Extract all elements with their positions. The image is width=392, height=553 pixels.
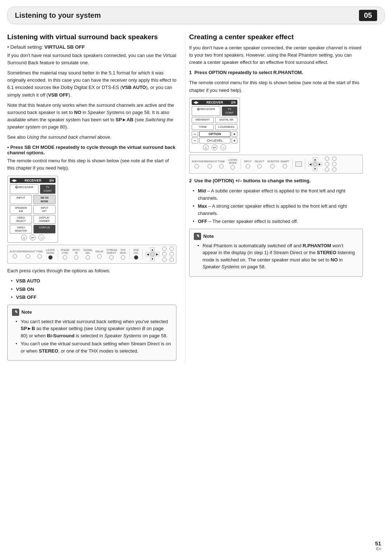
cycles-list: VSB AUTO VSB ON VSB OFF	[11, 277, 176, 301]
strip-group-1: AUDYSSEY	[10, 250, 20, 259]
loudness-btn: LOUDNESS	[215, 124, 237, 130]
chapter-number: 05	[359, 10, 377, 21]
para-3: Note that this feature only works when t…	[7, 102, 176, 131]
cycle-item-1: VSB AUTO	[11, 277, 176, 285]
option-label: OPTION	[199, 131, 230, 137]
remote-logo-right: ◀▶	[193, 101, 199, 104]
nav-center-btn: ↩	[30, 235, 36, 240]
digital-nr-btn: DIGITAL NR	[215, 117, 237, 123]
note-title-left: Note	[21, 309, 32, 315]
remote-num-left: 3/4	[49, 179, 54, 182]
speaker-ab-btn: SPEAKERA/B	[10, 205, 32, 214]
tv-cont-btn-r: TVCONT	[222, 106, 237, 116]
step-heading-left: • Press SB CH MODE repeatedly to cycle t…	[7, 145, 176, 155]
remote-container-right: ◀▶ RECEIVER 2/4 ⏻ RECEIVER TVCONT MIDNIG…	[189, 98, 363, 153]
strip-div-1	[58, 249, 58, 259]
chlevel-plus-btn: +	[232, 138, 237, 143]
cycles-label: Each press cycles through the options as…	[7, 267, 176, 275]
strip-r-group-7: MONITOR	[268, 160, 278, 168]
strip-r-group-10	[332, 156, 336, 172]
strip-r-group-3: TONE	[218, 160, 225, 168]
strip-r-group-4: LISTEN MODE	[228, 159, 238, 170]
sb-ch-mode-btn: SB CHMODE	[33, 195, 56, 204]
tape2-monitor-btn: TAPE2MONITOR	[10, 225, 32, 233]
step1-num: 1	[189, 70, 192, 75]
strip-group-2: MIDNIGHT	[23, 250, 33, 259]
bullet-intro: • Default setting: VIRTUAL SB OFF	[7, 44, 176, 50]
strip-group-12	[162, 247, 167, 262]
note-icon-left: ✎	[12, 309, 19, 316]
receiver-power-btn: ⏻ RECEIVER	[10, 184, 38, 194]
strip-r-div-2	[292, 159, 293, 169]
strip-r-group-1: AUDYSSEY	[192, 160, 202, 168]
remote-label-right: RECEIVER	[207, 101, 223, 104]
remote-row-5: TAPE2MONITOR STATUS	[10, 225, 56, 233]
remote-row-2: INPUT SB CHMODE	[10, 195, 56, 204]
left-column: Listening with virtual surround back spe…	[7, 33, 185, 364]
nav-left-btn: ⌂	[21, 235, 27, 240]
tv-cont-btn: TVCONT	[40, 184, 56, 194]
chlevel-minus-btn: –	[192, 138, 198, 143]
note-box-right: ✎ Note Real Phantom is automatically swi…	[189, 229, 363, 277]
nav-center-btn-r: ↩	[212, 145, 217, 150]
chlevel-row: – CH LEVEL +	[192, 138, 237, 143]
strip-div-2	[129, 249, 130, 259]
remote-label-left: RECEIVER	[25, 179, 41, 182]
strip-r-div-1	[241, 159, 241, 169]
strip-group-4: LISTEN MODE	[46, 249, 55, 260]
note-header-left: ✎ Note	[12, 309, 172, 316]
chlevel-label: CH LEVEL	[199, 138, 230, 143]
nav-right-btn: →	[38, 235, 44, 240]
note-bullets-left: You can't select the virtual surround ba…	[16, 318, 172, 355]
strip-group-7: SIGNAL SEL	[83, 249, 92, 260]
remote-strip-left: AUDYSSEY MIDNIGHT TONE LISTEN MODE PHASE…	[7, 245, 176, 264]
remote-num-right: 2/4	[231, 101, 236, 104]
cycle-item-3: VSB OFF	[11, 294, 176, 301]
note-header-right: ✎ Note	[194, 233, 358, 240]
strip-group-13	[170, 247, 174, 262]
strip-div-3	[142, 249, 143, 259]
remote-box-left: ◀▶ RECEIVER 3/4 ⏻ RECEIVER TVCONT INPUT …	[7, 176, 58, 243]
strip-r-group-9	[325, 156, 329, 172]
strip-group-10: STR MON	[119, 249, 126, 260]
main-content: Listening with virtual surround back spe…	[7, 33, 385, 364]
strip-group-5: PHASE CTRL	[61, 249, 70, 260]
remote-row-1: ⏻ RECEIVER TVCONT	[10, 184, 56, 194]
strip-r-div-3	[305, 159, 305, 169]
right-intro: If you don't have a center speaker conne…	[189, 44, 363, 66]
note-bullet-2: You can't use the virtual surround back …	[16, 340, 172, 354]
page-number: 51	[375, 540, 381, 546]
strip-r-group-8: SMART	[281, 160, 289, 168]
remote-row-r3: TONE LOUDNESS	[192, 124, 237, 130]
right-column: Creating a center speaker effect If you …	[185, 33, 363, 364]
note-bullet-1: You can't select the virtual surround ba…	[16, 318, 172, 339]
status-btn: STATUS	[33, 225, 56, 233]
note-icon-right: ✎	[194, 233, 201, 240]
option-row: – OPTION +	[192, 131, 237, 137]
strip-r-group-5: INPUT	[244, 160, 252, 168]
strip-group-dpad: ▲ ◀ ▶ ▼	[146, 247, 159, 261]
strip-r-group-2: MIDNIGHT	[205, 160, 215, 168]
remote-row-r1: ⏻ RECEIVER TVCONT	[192, 106, 237, 116]
step-sub-left: The remote control menu for this step is…	[7, 157, 176, 172]
input-att-btn: INPUTATT	[33, 205, 56, 214]
video-select-btn: VIDEOSELECT	[10, 215, 32, 224]
tone-btn: TONE	[192, 124, 214, 130]
nav-right-btn-r: →	[220, 145, 226, 150]
step2-bullets: Mid – A subtle center speaker effect is …	[193, 187, 363, 225]
nav-left-btn-r: ⌂	[203, 145, 209, 150]
right-section-title: Creating a center speaker effect	[189, 33, 363, 41]
midnight-btn: MIDNIGHT	[192, 117, 214, 123]
option-plus-btn: +	[232, 131, 237, 137]
cycle-item-2: VSB ON	[11, 286, 176, 293]
step2-heading: 2 Use the (OPTION) +/– buttons to change…	[189, 177, 363, 184]
step1-heading: 1 Press OPTION repeatedly to select R.PH…	[189, 69, 363, 76]
strip-group-6: SP/ST-IN	[72, 249, 80, 260]
para-2: Sometimes the material may sound better …	[7, 69, 176, 99]
para-4: See also Using the surround back channel…	[7, 134, 176, 141]
para-1: If you don't have real surround back spe…	[7, 52, 176, 66]
remote-row-3: SPEAKERA/B INPUTATT	[10, 205, 56, 214]
strip-r-group-dpad: ▲ ◀ ▶ ▼	[308, 157, 322, 171]
chapter-header: Listening to your system 05	[7, 7, 385, 24]
strip-r-group-6: SELECT	[254, 160, 264, 168]
